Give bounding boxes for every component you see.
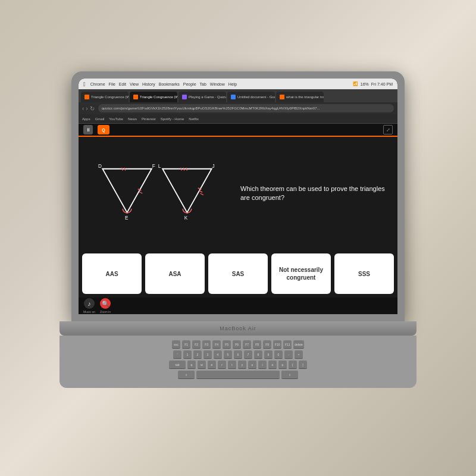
keyboard-row-space: ⇧ ⇧ (65, 371, 411, 379)
bookmark-netflix[interactable]: Netflix (189, 117, 199, 121)
menu-history[interactable]: History (142, 82, 155, 86)
key-w[interactable]: w (198, 361, 206, 369)
menu-help[interactable]: Help (228, 82, 237, 86)
tab-label-5: what is the triangular trade (286, 95, 324, 99)
key-7[interactable]: 7 (244, 350, 252, 359)
answer-sas[interactable]: SAS (208, 253, 268, 294)
key-bracket-close[interactable]: ] (299, 361, 307, 369)
svg-line-8 (186, 168, 187, 171)
key-6[interactable]: 6 (234, 350, 242, 359)
forward-button[interactable]: › (86, 105, 87, 112)
menu-file[interactable]: File (109, 82, 115, 86)
tab-label-4: Untitled document - Google D (237, 95, 275, 99)
key-esc[interactable]: esc (172, 340, 180, 349)
back-button[interactable]: ‹ (82, 105, 84, 112)
key-t[interactable]: t (228, 361, 236, 369)
bookmarks-bar: Apps Gmail YouTube News Pinterest Spotif… (79, 114, 397, 124)
key-delete[interactable]: delete (293, 340, 304, 349)
key-f8[interactable]: F8 (253, 340, 261, 349)
zoom-label: Zoom in (100, 310, 111, 314)
svg-line-4 (139, 192, 143, 193)
bookmark-gmail[interactable]: Gmail (95, 117, 105, 121)
key-9[interactable]: 9 (264, 350, 273, 359)
answer-sss[interactable]: SSS (334, 253, 394, 294)
key-2[interactable]: 2 (193, 350, 202, 359)
key-bracket-open[interactable]: [ (289, 361, 297, 369)
key-0[interactable]: 0 (274, 350, 283, 359)
quiz-expand-button[interactable]: ⤢ (383, 125, 393, 134)
tab-favicon-3 (182, 95, 187, 99)
key-f9[interactable]: F9 (263, 340, 271, 349)
tab-label-2: Triangle Congruence (Week 2 (140, 95, 177, 99)
key-tab[interactable]: tab (169, 361, 186, 369)
key-5[interactable]: 5 (224, 350, 232, 359)
key-q[interactable]: q (187, 361, 196, 369)
tab-3[interactable]: Playing a Game - Quizizz (178, 92, 226, 102)
menu-tab[interactable]: Tab (200, 82, 206, 86)
key-f2[interactable]: F2 (192, 340, 201, 349)
refresh-button[interactable]: ↻ (90, 105, 95, 112)
key-minus[interactable]: - (284, 350, 293, 359)
key-i[interactable]: i (258, 361, 267, 369)
key-o[interactable]: o (268, 361, 277, 369)
key-f4[interactable]: F4 (212, 340, 221, 349)
svg-marker-5 (162, 169, 212, 212)
key-f7[interactable]: F7 (243, 340, 251, 349)
key-u[interactable]: u (248, 361, 256, 369)
browser-tab-bar: Triangle Congruence (Week 2 Triangle Con… (79, 89, 397, 102)
key-f10[interactable]: F10 (273, 340, 281, 349)
nav-buttons: ‹ › ↻ (82, 105, 95, 112)
url-input[interactable]: quizizz.com/join/game/U2FsdGVkX1h2528nnt… (98, 104, 394, 112)
key-r[interactable]: r (218, 361, 226, 369)
tab-1[interactable]: Triangle Congruence (Week 2 (81, 92, 129, 102)
key-p[interactable]: p (278, 361, 287, 369)
answer-choices: AAS ASA SAS Not necessarily congruent SS… (79, 250, 397, 298)
tab-favicon-5 (280, 95, 284, 99)
bookmark-spotify[interactable]: Spotify - Home (161, 117, 184, 121)
svg-line-11 (200, 193, 203, 195)
key-f6[interactable]: F6 (233, 340, 241, 349)
menu-window[interactable]: Window (210, 82, 225, 86)
key-f11[interactable]: F11 (283, 340, 292, 349)
bookmark-pinterest[interactable]: Pinterest (142, 117, 156, 121)
quiz-top-bar: ⏸ Q ⤢ (79, 124, 397, 137)
tab-4[interactable]: Untitled document - Google D (227, 92, 275, 102)
menu-view[interactable]: View (130, 82, 139, 86)
svg-line-6 (180, 168, 181, 171)
tab-favicon-4 (231, 95, 236, 99)
clock: Fri 7:40 PM (371, 82, 393, 86)
key-f5[interactable]: F5 (223, 340, 231, 349)
label-K: K (184, 215, 188, 221)
key-backtick[interactable]: ` (173, 350, 181, 359)
menu-edit[interactable]: Edit (119, 82, 126, 86)
tab-5[interactable]: what is the triangular trade (276, 92, 324, 102)
bookmark-news[interactable]: News (128, 117, 137, 121)
zoom-tool[interactable]: 🔍 Zoom in (100, 298, 111, 314)
key-e[interactable]: e (208, 361, 216, 369)
menu-bookmarks[interactable]: Bookmarks (159, 82, 180, 86)
key-equals[interactable]: = (295, 350, 303, 359)
answer-aas[interactable]: AAS (82, 253, 142, 294)
menu-chrome[interactable]: Chrome (90, 82, 105, 86)
answer-not-congruent[interactable]: Not necessarily congruent (271, 253, 331, 294)
bookmark-apps[interactable]: Apps (82, 117, 90, 121)
music-label: Music on (83, 310, 95, 314)
quiz-play-button[interactable]: ⏸ (83, 125, 93, 134)
key-1[interactable]: 1 (183, 350, 192, 359)
triangles-svg: D F E (92, 161, 223, 226)
key-f1[interactable]: F1 (182, 340, 190, 349)
key-f3[interactable]: F3 (202, 340, 211, 349)
zoom-icon: 🔍 (100, 298, 111, 309)
key-4[interactable]: 4 (214, 350, 222, 359)
key-3[interactable]: 3 (203, 350, 212, 359)
menu-people[interactable]: People (183, 82, 196, 86)
key-space[interactable] (196, 371, 280, 379)
key-8[interactable]: 8 (254, 350, 262, 359)
key-shift-left[interactable]: ⇧ (178, 371, 195, 379)
music-tool[interactable]: ♪ Music on (83, 298, 95, 314)
key-shift-right[interactable]: ⇧ (281, 371, 298, 379)
tab-2[interactable]: Triangle Congruence (Week 2 (130, 92, 177, 102)
bookmark-youtube[interactable]: YouTube (109, 117, 123, 121)
answer-asa[interactable]: ASA (145, 253, 205, 294)
key-y[interactable]: y (238, 361, 246, 369)
